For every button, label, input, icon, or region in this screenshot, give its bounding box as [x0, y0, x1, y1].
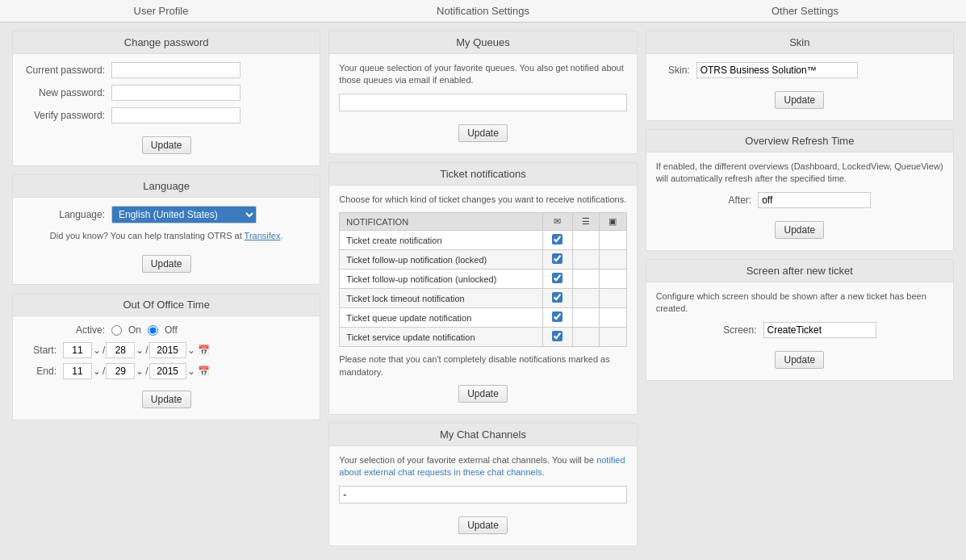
email-checkbox-cell — [542, 289, 572, 308]
active-on-radio[interactable] — [111, 325, 122, 336]
user-profile-column: Change password Current password: New pa… — [8, 31, 324, 420]
my-queues-btn-row: Update — [339, 118, 626, 145]
screen-input[interactable] — [763, 322, 876, 338]
email-checkbox-cell — [542, 328, 572, 347]
my-queues-update-button[interactable]: Update — [458, 124, 508, 142]
screen-label: Screen: — [723, 324, 763, 336]
email-checkbox-cell — [542, 250, 572, 270]
language-info-text: Did you know? You can help translating O… — [23, 230, 310, 242]
screen-after-ticket-btn-row: Update — [656, 345, 943, 372]
start-year-input[interactable] — [149, 342, 186, 358]
out-of-office-update-button[interactable]: Update — [142, 391, 191, 408]
verify-password-input[interactable] — [111, 107, 240, 123]
overview-refresh-update-button[interactable]: Update — [775, 221, 824, 239]
language-btn-row: Update — [23, 249, 310, 276]
screen-after-ticket-update-button[interactable]: Update — [775, 351, 824, 369]
end-calendar-icon[interactable]: 📅 — [198, 366, 210, 377]
skin-btn-row: Update — [656, 85, 943, 112]
my-queues-panel: My Queues Your queue selection of your f… — [328, 31, 637, 154]
notification-label: Ticket queue update notification — [340, 308, 542, 328]
email-checkbox[interactable] — [552, 273, 562, 283]
col-notification-header: NOTIFICATION — [340, 213, 542, 231]
after-input[interactable] — [758, 192, 871, 208]
my-queues-input[interactable] — [339, 94, 626, 111]
list-checkbox-cell — [572, 231, 599, 250]
screen-after-ticket-title: Screen after new ticket — [646, 260, 953, 282]
notification-label: Ticket lock timeout notification — [340, 289, 542, 308]
overview-refresh-btn-row: Update — [656, 215, 943, 242]
skin-title: Skin — [646, 31, 953, 54]
verify-password-label: Verify password: — [23, 110, 111, 121]
language-body: Language: English (United States) Did yo… — [13, 198, 320, 284]
my-chat-channels-update-button[interactable]: Update — [458, 516, 508, 534]
language-select[interactable]: English (United States) — [111, 206, 257, 224]
my-queues-body: Your queue selection of your favorite qu… — [329, 54, 636, 153]
end-day-input[interactable] — [106, 363, 135, 379]
skin-input[interactable] — [696, 62, 858, 78]
my-chat-channels-body: Your selection of your favorite external… — [329, 446, 636, 545]
end-month-input[interactable] — [63, 363, 92, 379]
notifications-note: Please note that you can't completely di… — [339, 353, 626, 378]
end-year-input[interactable] — [149, 363, 186, 379]
other-settings-column: Skin Skin: Update Overview Refresh Time … — [642, 31, 958, 381]
start-day-input[interactable] — [106, 342, 135, 358]
language-row: Language: English (United States) — [23, 206, 310, 224]
ticket-notifications-info: Choose for which kind of ticket changes … — [339, 194, 626, 206]
main-layout: Change password Current password: New pa… — [0, 23, 966, 554]
table-row: Ticket follow-up notification (unlocked) — [340, 270, 626, 289]
email-checkbox[interactable] — [552, 331, 562, 341]
table-row: Ticket service update notification — [340, 328, 626, 347]
overview-refresh-panel: Overview Refresh Time If enabled, the di… — [646, 129, 954, 251]
list-checkbox-cell — [572, 270, 599, 289]
notification-label: Ticket follow-up notification (locked) — [340, 250, 542, 270]
phone-checkbox-cell — [600, 328, 626, 347]
on-label: On — [128, 324, 141, 336]
new-password-input[interactable] — [111, 85, 240, 101]
table-row: Ticket follow-up notification (locked) — [340, 250, 626, 270]
phone-checkbox-cell — [600, 231, 626, 250]
email-checkbox[interactable] — [552, 253, 562, 264]
after-label: After: — [728, 194, 758, 206]
start-date-row: Start: ⌄ / ⌄ / ⌄ 📅 — [23, 342, 310, 358]
email-checkbox[interactable] — [552, 311, 562, 322]
my-chat-channels-input[interactable] — [339, 486, 626, 504]
table-row: Ticket create notification — [340, 231, 626, 250]
start-calendar-icon[interactable]: 📅 — [198, 345, 210, 356]
list-checkbox-cell — [572, 308, 599, 328]
language-panel: Language Language: English (United State… — [12, 174, 320, 285]
end-label: End: — [23, 366, 63, 377]
user-profile-header: User Profile — [0, 5, 322, 17]
ticket-notifications-btn-row: Update — [339, 378, 626, 406]
current-password-input[interactable] — [111, 62, 240, 78]
out-of-office-body: Active: On Off Start: ⌄ / ⌄ / — [13, 316, 320, 420]
email-checkbox-cell — [542, 231, 572, 250]
notification-settings-column: My Queues Your queue selection of your f… — [324, 31, 641, 546]
skin-panel: Skin Skin: Update — [646, 31, 954, 121]
col-email-header: ✉ — [542, 213, 572, 231]
email-checkbox[interactable] — [552, 292, 562, 303]
my-queues-info: Your queue selection of your favorite qu… — [339, 62, 626, 87]
active-row: Active: On Off — [23, 324, 310, 336]
screen-after-ticket-body: Configure which screen should be shown a… — [646, 282, 953, 380]
ticket-notifications-update-button[interactable]: Update — [458, 385, 508, 403]
new-password-label: New password: — [23, 87, 111, 98]
notifications-table: NOTIFICATION ✉ ☰ ▣ Ticket create notific… — [339, 212, 626, 347]
start-month-input[interactable] — [63, 342, 92, 358]
change-password-update-button[interactable]: Update — [142, 136, 191, 154]
out-of-office-title: Out Of Office Time — [13, 294, 320, 316]
change-password-panel: Change password Current password: New pa… — [12, 31, 320, 166]
language-title: Language — [13, 175, 320, 198]
active-radio-group: On Off — [111, 324, 178, 336]
my-chat-channels-info: Your selection of your favorite external… — [339, 454, 626, 479]
language-update-button[interactable]: Update — [142, 255, 191, 273]
active-off-radio[interactable] — [148, 325, 158, 336]
phone-icon: ▣ — [608, 216, 617, 226]
out-of-office-panel: Out Of Office Time Active: On Off Start:… — [12, 293, 320, 420]
after-row: After: — [656, 192, 943, 208]
change-password-body: Current password: New password: Verify p… — [13, 54, 320, 165]
transifex-link[interactable]: Transifex — [245, 231, 281, 240]
language-label: Language: — [23, 209, 111, 220]
phone-checkbox-cell — [600, 308, 626, 328]
skin-update-button[interactable]: Update — [775, 91, 824, 109]
email-checkbox[interactable] — [552, 234, 562, 244]
